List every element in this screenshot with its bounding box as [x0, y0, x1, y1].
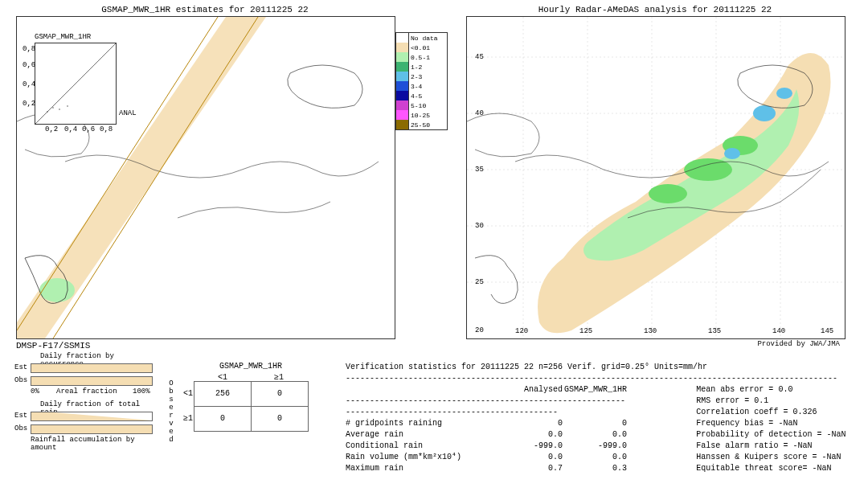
stat-gsmap: 0.3 — [563, 463, 627, 474]
inset-anal-label: ANAL — [119, 109, 137, 117]
legend-row: 1-2 — [396, 62, 447, 72]
right-map-icon — [467, 17, 845, 338]
legend-swatch — [396, 100, 409, 110]
left-map-title: GSMAP_MWR_1HR estimates for 20111225 22 — [16, 5, 394, 14]
legend-swatch — [396, 110, 409, 120]
legend-label: No data — [409, 35, 438, 42]
occ-obs-label: Obs — [14, 376, 27, 384]
legend-label: 1-2 — [409, 64, 422, 71]
stat-analysed: -999.0 — [498, 441, 563, 452]
svg-point-22 — [753, 105, 776, 121]
stat-metric: Hanssen & Kuipers score = -NaN — [696, 452, 860, 463]
inset-xtick: 0,4 — [64, 125, 77, 133]
stat-analysed: 0.0 — [498, 429, 563, 441]
ct-row-ge1: ≥1 — [177, 407, 194, 432]
stat-metric: Probability of detection = -NaN — [696, 429, 860, 441]
ct-cell-b: 0 — [251, 381, 309, 407]
ytick: 25 — [475, 278, 484, 286]
ct-cell-d: 0 — [251, 406, 309, 432]
legend-row: 25-50 — [396, 120, 447, 129]
legend-label: 5-10 — [409, 102, 426, 109]
legend-row: 2-3 — [396, 72, 447, 81]
right-map-panel: 45 40 35 30 25 20 120 125 130 135 140 14… — [466, 16, 845, 339]
legend-row: 4-5 — [396, 91, 447, 100]
legend-row: 3-4 — [396, 81, 447, 91]
occ-xlab: Areal fraction — [56, 387, 117, 396]
stat-label: # gridpoints raining — [346, 418, 498, 429]
legend-label: 2-3 — [409, 73, 422, 80]
svg-point-6 — [52, 107, 53, 108]
xtick: 145 — [821, 327, 833, 335]
svg-point-7 — [59, 109, 59, 109]
legend-swatch — [396, 81, 409, 91]
svg-point-24 — [776, 88, 792, 99]
legend-label: 0.5-1 — [409, 54, 430, 61]
inset-scatter-icon — [35, 43, 116, 124]
stat-label: Conditional rain — [346, 441, 498, 452]
tot-est-bar — [31, 412, 153, 421]
occ-est-bar — [31, 363, 153, 373]
svg-marker-25 — [31, 412, 152, 420]
col-gsmap: GSMAP_MWR_1HR — [563, 384, 627, 396]
stat-metric: Mean abs error = 0.0 — [696, 384, 860, 396]
tot-obs-label: Obs — [14, 424, 27, 433]
xtick: 135 — [708, 327, 721, 335]
stats-row: Maximum rain0.70.3 — [346, 463, 696, 474]
stats-header: Verification statistics for 20111225 22 … — [346, 362, 860, 373]
svg-point-21 — [649, 184, 687, 203]
contingency-table: GSMAP_MWR_1HR <1 ≥1 <1 256 0 ≥1 0 0 — [177, 362, 309, 432]
legend-row: 0.5-1 — [396, 52, 447, 62]
occ-x1: 100% — [133, 387, 150, 396]
ct-row-lt1: <1 — [177, 382, 194, 407]
stats-row: Conditional rain-999.0-999.0 — [346, 441, 696, 452]
stat-label: Average rain — [346, 429, 498, 441]
ytick: 45 — [475, 53, 484, 61]
svg-point-5 — [47, 111, 47, 112]
stat-label: Rain volume (mm*km²x10⁴) — [346, 452, 498, 463]
tot-bottom: Rainfall accumulation by amount — [31, 436, 157, 452]
divider-line: ----------------------------------------… — [346, 373, 860, 384]
inset-scatter-panel: 0,8 0,6 0,4 0,2 0,2 0,4 0,6 0,8 ANAL — [35, 43, 117, 125]
stats-row: # gridpoints raining00 — [346, 418, 696, 429]
left-map-panel: GSMAP_MWR_1HR 0,8 0,6 0,4 0,2 0,2 0,4 0,… — [16, 16, 395, 339]
xtick: 120 — [515, 327, 528, 335]
tot-est-label: Est — [14, 412, 27, 420]
stats-row: Rain volume (mm*km²x10⁴)0.00.0 — [346, 452, 696, 463]
col-analysed: Analysed — [498, 384, 563, 396]
inset-xtick: 0,8 — [100, 125, 113, 133]
legend-label: 3-4 — [409, 83, 422, 90]
inset-ytick: 0,8 — [23, 45, 35, 53]
inset-xtick: 0,2 — [45, 125, 58, 133]
stat-metric: Correlation coeff = 0.326 — [696, 407, 860, 418]
svg-point-23 — [724, 148, 740, 159]
stats-row: Average rain0.00.0 — [346, 429, 696, 441]
legend-row: No data — [396, 33, 447, 43]
legend-swatch — [396, 52, 409, 62]
legend-row: <0.01 — [396, 43, 447, 52]
ct-title: GSMAP_MWR_1HR — [193, 362, 309, 371]
stat-analysed: 0.0 — [498, 452, 563, 463]
legend-swatch — [396, 72, 409, 81]
legend-label: <0.01 — [409, 44, 430, 51]
inset-ytick: 0,6 — [23, 61, 35, 69]
svg-point-8 — [67, 105, 68, 106]
inset-xtick: 0,6 — [82, 125, 95, 133]
legend-label: 4-5 — [409, 92, 422, 100]
legend-label: 25-50 — [409, 121, 430, 129]
divider-line: ----------------------------------------… — [346, 396, 627, 418]
stat-gsmap: 0 — [563, 418, 627, 429]
legend-swatch — [396, 33, 409, 43]
legend-row: 10-25 — [396, 110, 447, 120]
legend-row: 5-10 — [396, 100, 447, 110]
ytick: 40 — [475, 109, 484, 117]
stat-label: Maximum rain — [346, 463, 498, 474]
inset-title: GSMAP_MWR_1HR — [35, 33, 91, 41]
ct-cell-c: 0 — [194, 406, 252, 432]
stat-gsmap: 0.0 — [563, 429, 627, 441]
stat-analysed: 0 — [498, 418, 563, 429]
tot-obs-bar — [31, 424, 153, 434]
stat-metric: False alarm ratio = -NaN — [696, 441, 860, 452]
ytick: 20 — [475, 326, 484, 334]
provided-by: Provided by JWA/JMA — [757, 340, 840, 348]
legend-swatch — [396, 62, 409, 72]
